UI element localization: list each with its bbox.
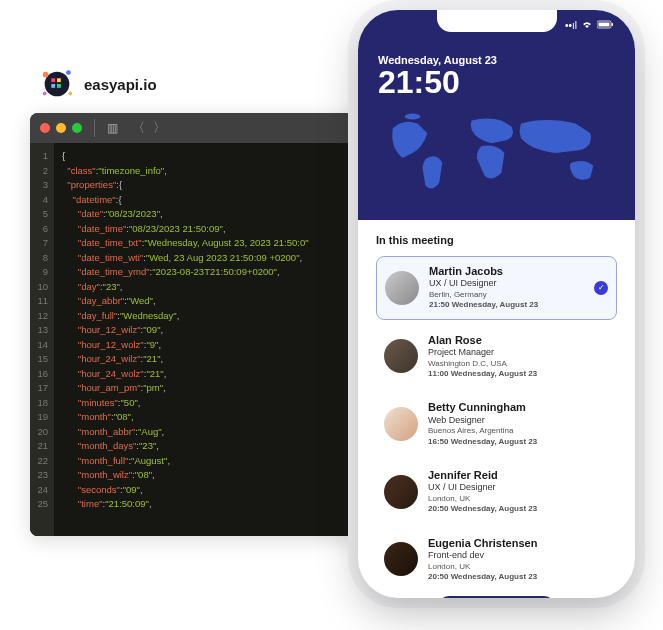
avatar (384, 475, 418, 509)
layout-icon[interactable]: ▥ (107, 121, 118, 135)
participant-name: Martin Jacobs (429, 265, 608, 278)
svg-point-7 (68, 92, 72, 96)
participant-row[interactable]: Eugenia ChristensenFront-end devLondon, … (376, 529, 617, 591)
svg-rect-4 (57, 84, 61, 88)
svg-point-6 (66, 70, 71, 75)
participant-name: Betty Cunningham (428, 401, 609, 414)
participant-location: Washington D.C, USA (428, 359, 609, 369)
code-editor-window: ▥ 〈 〉 1234567891011121314151617181920212… (30, 113, 367, 536)
participant-info: Alan RoseProject ManagerWashington D.C, … (428, 334, 609, 380)
svg-point-8 (43, 92, 47, 96)
participant-time: 20:50 Wednesday, August 23 (428, 504, 609, 514)
participant-location: London, UK (428, 562, 609, 572)
editor-body[interactable]: 1234567891011121314151617181920212223242… (30, 143, 367, 536)
svg-point-12 (405, 114, 421, 120)
participant-row[interactable]: Alan RoseProject ManagerWashington D.C, … (376, 326, 617, 388)
participant-row[interactable]: Jennifer ReidUX / UI DesignerLondon, UK2… (376, 461, 617, 523)
code-content[interactable]: { "class":"timezone_info", "properties":… (54, 143, 317, 536)
participant-location: Berlin, Germany (429, 290, 608, 300)
participant-time: 11:00 Wednesday, August 23 (428, 369, 609, 379)
brand-logo: easyapi.io (38, 65, 157, 103)
svg-rect-10 (599, 23, 610, 27)
battery-icon (597, 20, 615, 31)
participant-role: UX / UI Designer (429, 278, 608, 290)
close-dot-icon[interactable] (40, 123, 50, 133)
avatar (384, 339, 418, 373)
participant-row[interactable]: Martin JacobsUX / UI DesignerBerlin, Ger… (376, 256, 617, 320)
avatar (384, 407, 418, 441)
avatar (384, 542, 418, 576)
status-bar: ••ıl (565, 20, 615, 31)
participant-role: Web Designer (428, 415, 609, 427)
phone-header: ••ıl Wednesday, August 23 21:50 (358, 10, 635, 220)
svg-rect-3 (51, 84, 55, 88)
participant-time: 16:50 Wednesday, August 23 (428, 437, 609, 447)
avatar (385, 271, 419, 305)
wifi-icon (581, 20, 593, 31)
participant-role: Front-end dev (428, 550, 609, 562)
participant-info: Betty CunninghamWeb DesignerBuenos Aires… (428, 401, 609, 447)
participant-name: Alan Rose (428, 334, 609, 347)
svg-point-5 (43, 72, 49, 78)
divider (94, 119, 95, 137)
signal-icon: ••ıl (565, 20, 577, 31)
minimize-dot-icon[interactable] (56, 123, 66, 133)
logo-text: easyapi.io (84, 76, 157, 93)
nav-arrows[interactable]: 〈 〉 (132, 119, 168, 137)
participant-info: Eugenia ChristensenFront-end devLondon, … (428, 537, 609, 583)
maximize-dot-icon[interactable] (72, 123, 82, 133)
editor-titlebar: ▥ 〈 〉 (30, 113, 367, 143)
participant-info: Jennifer ReidUX / UI DesignerLondon, UK2… (428, 469, 609, 515)
phone-mockup: ••ıl Wednesday, August 23 21:50 (358, 10, 635, 598)
meeting-section: In this meeting Martin JacobsUX / UI Des… (358, 220, 635, 598)
header-time: 21:50 (378, 66, 615, 98)
world-map (378, 108, 615, 203)
participant-row[interactable]: Betty CunninghamWeb DesignerBuenos Aires… (376, 393, 617, 455)
participant-role: Project Manager (428, 347, 609, 359)
line-gutter: 1234567891011121314151617181920212223242… (30, 143, 54, 536)
meeting-title: In this meeting (376, 234, 617, 246)
participant-info: Martin JacobsUX / UI DesignerBerlin, Ger… (429, 265, 608, 311)
svg-rect-2 (57, 78, 61, 82)
svg-rect-1 (51, 78, 55, 82)
check-icon: ✓ (594, 281, 608, 295)
participant-time: 21:50 Wednesday, August 23 (429, 300, 608, 310)
participant-name: Eugenia Christensen (428, 537, 609, 550)
participant-location: London, UK (428, 494, 609, 504)
participant-location: Buenos Aires, Argentina (428, 426, 609, 436)
participant-time: 20:50 Wednesday, August 23 (428, 572, 609, 582)
logo-icon (38, 65, 76, 103)
add-participant-button[interactable]: + Add Participant (437, 596, 555, 598)
phone-notch (437, 10, 557, 32)
svg-rect-11 (612, 23, 614, 26)
participant-role: UX / UI Designer (428, 482, 609, 494)
participant-name: Jennifer Reid (428, 469, 609, 482)
